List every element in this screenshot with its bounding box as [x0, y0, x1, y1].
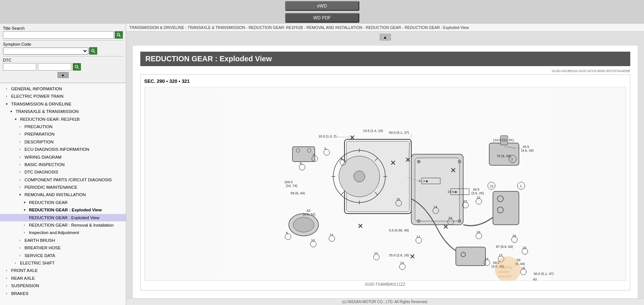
tree-item-pre[interactable]: ›PRECAUTION — [0, 123, 126, 130]
dtc-row — [3, 63, 123, 71]
tree-item-ecu[interactable]: ›ECU DIAGNOSIS INFORMATION — [0, 146, 126, 153]
svg-text:(4.4, 32): (4.4, 32) — [303, 212, 316, 216]
tree-item-td[interactable]: ▾TRANSMISSION & DRIVELINE — [0, 100, 126, 108]
guid-bottom: GUID-TGAWBIA0111ZZ — [144, 282, 626, 286]
breadcrumb: TRANSMISSION & DRIVELINE - TRANSAXLE & T… — [126, 24, 644, 32]
search-icon — [117, 33, 121, 37]
tree-item-susp[interactable]: ›SUSPENSION — [0, 282, 126, 289]
scroll-up-button[interactable]: ▲ — [380, 34, 391, 40]
ewd-button[interactable]: eWD — [285, 1, 359, 11]
svg-text:59 (6, 44): 59 (6, 44) — [291, 191, 305, 195]
svg-text:45.5: 45.5 — [523, 145, 529, 149]
symptom-search-button[interactable] — [89, 47, 97, 55]
tree-item-tt[interactable]: ▾TRANSAXLE & TRANSMISSION — [0, 108, 126, 115]
svg-point-0 — [117, 33, 120, 36]
symptom-code-select[interactable] — [3, 48, 88, 55]
svg-text:50.0 (5.1, 37): 50.0 (5.1, 37) — [389, 131, 409, 134]
svg-text:34.5: 34.5 — [473, 188, 480, 191]
tree-label-desc: DESCRIPTION — [24, 139, 124, 145]
svg-text:5.5 (0.56, 49): 5.5 (0.56, 49) — [389, 228, 409, 232]
svg-line-3 — [94, 52, 95, 53]
title-search-row — [3, 31, 123, 39]
tree-arrow-fa: › — [6, 268, 11, 273]
tree-item-ia[interactable]: ›Inspection and Adjustment — [0, 229, 126, 236]
tree-item-pm[interactable]: ›PERIODIC MAINTENANCE — [0, 184, 126, 191]
tree-item-prep[interactable]: ›PREPARATION — [0, 130, 126, 138]
search-panel: Title Search Symptom Code DTC — [0, 24, 126, 81]
content-area: TRANSMISSION & DRIVELINE - TRANSAXLE & T… — [126, 24, 644, 305]
dtc-input-1[interactable] — [3, 63, 36, 71]
tree-item-rgear[interactable]: ▾REDUCTION GEAR — [0, 199, 126, 206]
tree-item-fa[interactable]: ›FRONT AXLE — [0, 267, 126, 274]
svg-text:87 (8.9, 64): 87 (8.9, 64) — [496, 245, 513, 249]
tree-arrow-prep: › — [19, 132, 24, 137]
svg-text:43: 43 — [307, 209, 310, 212]
tree-item-dtc[interactable]: ›DTC DIAGNOSIS — [0, 168, 126, 176]
tree-label-rai: REMOVAL AND INSTALLATION — [24, 191, 124, 198]
svg-point-11 — [354, 171, 365, 182]
wd-pdf-button[interactable]: WD PDF — [285, 13, 359, 23]
tree-label-tt: TRANSAXLE & TRANSMISSION — [16, 108, 124, 115]
symptom-code-row — [3, 47, 123, 55]
tree-item-rg[interactable]: ▾REDUCTION GEAR: RE1F61B — [0, 116, 126, 123]
tree-label-prep: PREPARATION — [24, 131, 124, 137]
tree-item-cp[interactable]: ›COMPONENT PARTS /CIRCUIT DIAGNOSIS — [0, 176, 126, 184]
collapse-button[interactable]: ▲ — [58, 72, 69, 78]
title-search-button[interactable] — [115, 31, 123, 39]
tree-arrow-cp: › — [19, 177, 24, 182]
tree-item-rgev2[interactable]: REDUCTION GEAR : Exploded View — [0, 214, 126, 221]
tree-item-desc[interactable]: ›DESCRIPTION — [0, 138, 126, 146]
tree-arrow-ra: › — [6, 276, 11, 281]
svg-text:24: 24 — [448, 190, 451, 194]
svg-rect-28 — [292, 147, 315, 162]
tree-label-pm: PERIODIC MAINTENANCE — [24, 184, 124, 191]
svg-text:Sharing: Sharing — [500, 265, 513, 269]
tree-arrow-ecu: › — [19, 147, 24, 152]
tree-item-rgri[interactable]: ›REDUCTION GEAR : Removal & Installation — [0, 221, 126, 229]
tree-label-bh: BREATHER HOSE — [24, 244, 124, 251]
dtc-input-2[interactable] — [38, 63, 71, 71]
svg-point-23 — [458, 160, 461, 163]
title-search-input[interactable] — [3, 31, 114, 39]
tree-item-eb[interactable]: ›EARTH BRUSH — [0, 237, 126, 244]
svg-text:2: 2 — [511, 158, 513, 161]
tree-item-bi[interactable]: ›BASIC INSPECTION — [0, 161, 126, 168]
svg-point-25 — [458, 220, 461, 223]
tree-label-ia: Inspection and Adjustment — [29, 229, 124, 236]
search-icon-3 — [75, 65, 79, 69]
tree-item-rai[interactable]: ▾REMOVAL AND INSTALLATION — [0, 191, 126, 198]
tree-arrow-brakes: › — [6, 291, 11, 296]
tree-label-rgev: REDUCTION GEAR : Exploded View — [29, 207, 124, 213]
tree-arrow-ia: › — [24, 230, 29, 235]
svg-text:43: 43 — [533, 278, 537, 280]
document-area[interactable]: REDUCTION GEAR : Exploded View GUID-A5CB… — [126, 43, 644, 298]
tree-item-rgev[interactable]: ▾REDUCTION GEAR : Exploded View — [0, 206, 126, 214]
svg-text:(10, 74): (10, 74) — [286, 184, 297, 188]
tree-label-td: TRANSMISSION & DRIVELINE — [11, 101, 124, 107]
tree-item-es[interactable]: ›ELECTRIC SHIFT — [0, 259, 126, 267]
tree-item-ept[interactable]: ›ELECTRIC POWER TRAIN — [0, 93, 126, 100]
svg-line-5 — [78, 68, 79, 69]
svg-line-1 — [120, 36, 121, 37]
tree-label-pre: PRECAUTION — [24, 123, 124, 130]
tree-arrow-es: › — [15, 260, 20, 266]
tree-item-sd[interactable]: ›SERVICE DATA — [0, 252, 126, 259]
tree-item-gi[interactable]: ›GENERAL INFORMATION — [0, 85, 126, 93]
svg-text:110.0 (11, 81): 110.0 (11, 81) — [493, 138, 514, 142]
tree-item-bh[interactable]: ›BREATHER HOSE — [0, 244, 126, 252]
page-title-bar: REDUCTION GEAR : Exploded View — [140, 52, 630, 66]
svg-text:10.0 (1.0, 7): 10.0 (1.0, 7) — [318, 134, 337, 138]
tree-item-brakes[interactable]: ›BRAKES — [0, 290, 126, 297]
diagram-box: SEC. 290 • 320 • 321 — [140, 74, 630, 291]
svg-text:(3.5, 25): (3.5, 25) — [471, 191, 484, 195]
tree-item-ra[interactable]: ›REAR AXLE — [0, 275, 126, 282]
tree-label-ra: REAR AXLE — [11, 275, 124, 282]
search-icon-2 — [91, 49, 95, 53]
tree-label-rgear: REDUCTION GEAR — [29, 199, 124, 206]
dtc-label: DTC — [3, 58, 123, 62]
exploded-view-svg: 10.0 (1.0, 7) 13.5 (1.4, 10) 50.0 (5.1, … — [145, 87, 626, 280]
tree-arrow-rgear: ▾ — [24, 200, 29, 205]
dtc-search-button[interactable] — [73, 63, 81, 71]
tree-item-wd[interactable]: ›WIRING DIAGRAM — [0, 153, 126, 161]
section-header: SEC. 290 • 320 • 321 — [144, 78, 626, 84]
